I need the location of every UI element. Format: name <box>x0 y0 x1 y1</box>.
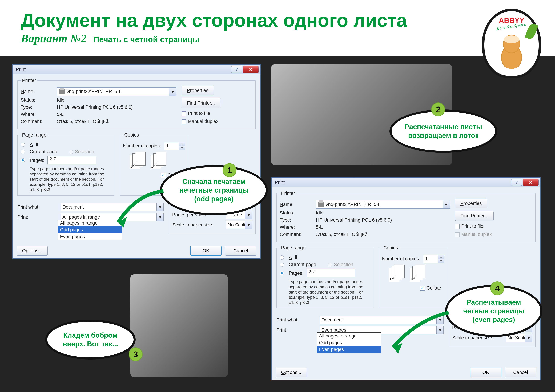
speech-bubble-1: Сначала печатаем нечетные страницы (odd … <box>160 165 268 215</box>
dropdown-option[interactable]: All pages in range <box>317 333 381 339</box>
spin-up-icon[interactable]: ▴ <box>179 142 185 146</box>
options-button[interactable]: Options... <box>17 246 48 256</box>
ok-button[interactable]: OK <box>190 246 221 256</box>
titlebar[interactable]: Print ? ✕ <box>272 178 540 187</box>
print-range-dropdown[interactable]: All pages in range Odd pages Even pages <box>317 332 381 353</box>
collate-checkbox[interactable]: Collate <box>420 285 441 291</box>
type-label: Type: <box>21 105 54 110</box>
ok-button[interactable]: OK <box>470 368 501 377</box>
variant-label: Вариант №2 <box>21 32 87 45</box>
status-label: Status: <box>21 97 54 103</box>
arrow-1-icon <box>108 188 167 233</box>
spin-up-icon[interactable]: ▴ <box>438 255 444 259</box>
all-radio[interactable] <box>21 143 25 147</box>
type-value: HP Universal Printing PCL 6 (v5.6.0) <box>316 217 392 223</box>
step-badge-2: 2 <box>431 102 445 116</box>
copies-spin[interactable]: 1▴▾ <box>423 255 444 263</box>
chevron-down-icon[interactable]: ▾ <box>443 200 450 208</box>
current-page-radio[interactable] <box>21 150 25 154</box>
selection-radio <box>69 150 73 154</box>
close-button[interactable]: ✕ <box>243 66 259 73</box>
copies-spin[interactable]: 1▴▾ <box>164 142 185 150</box>
group-label: Printer <box>280 191 296 196</box>
find-printer-button[interactable]: Find Printer... <box>182 98 220 108</box>
document-header: Документ на двух сторонах одного листа В… <box>0 0 555 56</box>
printer-icon <box>318 202 324 207</box>
chevron-down-icon[interactable]: ▾ <box>245 211 252 219</box>
print-label: Print: <box>277 327 316 333</box>
copies-label: Number of copies: <box>123 143 161 149</box>
speech-bubble-2: Распечатанные листы возвращаем в лоток <box>389 109 497 153</box>
comment-label: Comment: <box>280 232 313 237</box>
selection-label: Selection <box>334 262 353 267</box>
page-range-hint: Type page numbers and/or page ranges sep… <box>21 166 111 192</box>
properties-button[interactable]: Properties <box>455 199 487 208</box>
pages-radio[interactable] <box>280 271 284 275</box>
selection-radio <box>328 263 332 267</box>
manual-duplex-checkbox[interactable]: Manual duplex <box>182 119 218 124</box>
copies-label: Number of copies: <box>382 256 420 262</box>
printer-name-combo[interactable]: \\hq-print32\PRINTER_5-L ▾ <box>57 87 176 96</box>
pages-label: Pages: <box>289 271 303 276</box>
bubble-text: Сначала печатаем нечетные страницы (odd … <box>173 177 255 203</box>
cancel-button[interactable]: Cancel <box>505 368 536 377</box>
dialog-title: Print <box>273 180 285 185</box>
cancel-button[interactable]: Cancel <box>225 246 256 256</box>
speech-bubble-3: Кладем бобром вверх. Вот так... <box>45 320 136 360</box>
help-button[interactable]: ? <box>511 179 522 186</box>
all-radio[interactable] <box>280 256 284 260</box>
current-page-radio[interactable] <box>280 263 284 267</box>
find-printer-button[interactable]: Find Printer... <box>455 211 494 221</box>
scale-combo[interactable]: No Scaling▾ <box>226 221 252 229</box>
manual-duplex-checkbox: Manual duplex <box>455 232 492 237</box>
pages-input[interactable]: 2-7 <box>307 269 355 277</box>
scale-label: Scale to paper size: <box>172 222 223 228</box>
comment-label: Comment: <box>21 119 54 124</box>
printer-name-value: \\hq-print32\PRINTER_5-L <box>326 202 381 207</box>
print-what-label: Print what: <box>277 317 316 323</box>
beaver-mascot-icon <box>496 31 527 69</box>
print-to-file-checkbox[interactable]: Print to file <box>455 223 483 229</box>
abbyy-logo-badge: ABBYY День без бумаги <box>482 9 541 78</box>
photo-beaver-up <box>130 274 228 377</box>
options-button[interactable]: Options... <box>276 368 307 377</box>
collate-preview-icon: 123 123 <box>130 152 185 171</box>
pages-input[interactable]: 2-7 <box>47 156 96 164</box>
content-dark-area: Print ? ✕ Printer Name: \\hq-print32\PRI… <box>0 56 555 392</box>
where-value: 5-L <box>316 225 323 230</box>
step-badge-3: 3 <box>129 347 143 361</box>
chevron-down-icon[interactable]: ▾ <box>169 87 176 96</box>
print-to-file-checkbox[interactable]: Print to file <box>182 111 210 116</box>
name-label: Name: <box>21 89 54 94</box>
printer-name-combo[interactable]: \\hq-print32\PRINTER_5-L ▾ <box>316 200 450 209</box>
where-label: Where: <box>21 112 54 117</box>
printer-group: Printer Name: \\hq-print32\PRINTER_5-L ▾… <box>277 191 535 242</box>
dropdown-option[interactable]: Odd pages <box>317 339 381 346</box>
current-page-label: Current page <box>30 149 57 154</box>
dropdown-option-selected[interactable]: Even pages <box>317 346 381 353</box>
spin-down-icon[interactable]: ▾ <box>438 259 444 263</box>
help-button[interactable]: ? <box>231 66 242 73</box>
status-value: Idle <box>316 210 324 216</box>
spin-down-icon[interactable]: ▾ <box>179 146 185 150</box>
collate-preview-icon: 123 123 <box>389 264 444 284</box>
selection-label: Selection <box>75 149 94 154</box>
type-value: HP Universal Printing PCL 6 (v5.6.0) <box>57 105 133 110</box>
printer-name-value: \\hq-print32\PRINTER_5-L <box>66 89 122 94</box>
pages-label: Pages: <box>30 158 44 163</box>
titlebar[interactable]: Print ? ✕ <box>13 65 261 74</box>
page-title: Документ на двух сторонах одного листа <box>21 10 534 30</box>
copies-group: Copies Number of copies: 1▴▾ 123 123 Col… <box>379 245 447 308</box>
close-button[interactable]: ✕ <box>523 179 539 186</box>
arrow-4-icon <box>382 309 452 355</box>
properties-button[interactable]: Properties <box>182 86 214 95</box>
status-label: Status: <box>280 210 313 216</box>
printer-icon <box>59 89 65 94</box>
dropdown-option[interactable]: Even pages <box>58 233 122 240</box>
subcaption: Печать с четной страницы <box>94 35 199 44</box>
step-badge-1: 1 <box>223 163 236 177</box>
chevron-down-icon[interactable]: ▾ <box>525 334 532 342</box>
chevron-down-icon[interactable]: ▾ <box>245 221 252 229</box>
pages-radio[interactable] <box>21 158 25 162</box>
page-range-hint: Type page numbers and/or page ranges sep… <box>280 279 370 305</box>
